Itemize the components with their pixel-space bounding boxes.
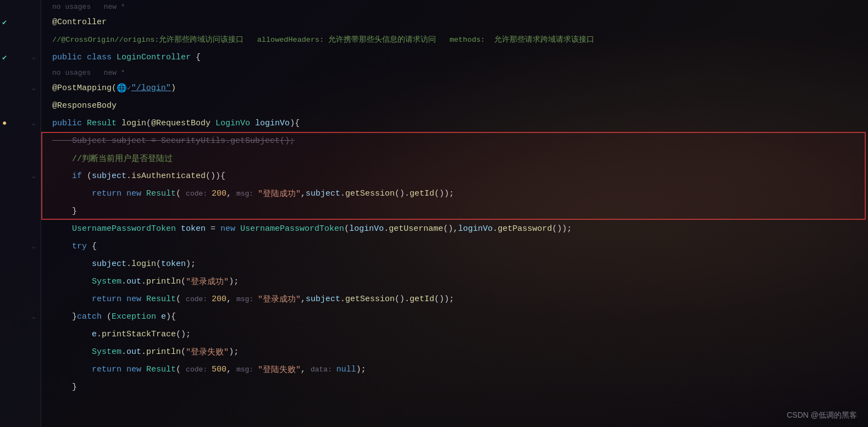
fold-icon-6[interactable]: ⌵ <box>32 85 36 92</box>
dot-14b: . <box>493 224 497 234</box>
globe-icon: 🌐 <box>117 83 127 93</box>
paren-22: ( <box>176 365 186 374</box>
gutter-row-20 <box>0 325 41 343</box>
comment-crossorigin: //@CrossOrigin//origins:允许那些跨域访问该接口 allo… <box>52 35 594 45</box>
dot-18: . <box>340 295 345 304</box>
code-line-9: Subject subject = SecurityUtils.getSubje… <box>41 132 868 149</box>
brace-try: { <box>92 242 97 251</box>
close-21: ); <box>229 347 239 357</box>
code-line-4: public class LoginController { <box>41 48 868 66</box>
fold-icon-4[interactable]: ⌵ <box>32 54 36 61</box>
fold-icon-11[interactable]: ⌵ <box>32 173 36 180</box>
kw-new-18: new <box>126 295 146 304</box>
code-line-meta-5: no usages new * <box>41 66 868 79</box>
dot-20: . <box>97 330 102 339</box>
comma-18b: , <box>301 295 306 304</box>
dot-14a: . <box>384 224 389 234</box>
paren-21: ( <box>181 347 186 357</box>
code-line-13: } <box>41 202 868 220</box>
type-result-12: Result <box>146 189 176 198</box>
comma-18a: , <box>226 295 236 304</box>
kw-public-4: public <box>52 53 87 62</box>
out-17: out <box>126 277 141 286</box>
comma-22a: , <box>226 365 236 374</box>
str-loginok-18: "登录成功" <box>258 294 301 304</box>
code-line-3: //@CrossOrigin//origins:允许那些跨域访问该接口 allo… <box>41 31 868 48</box>
system-21: System <box>52 347 121 357</box>
paren-12: ( <box>176 189 186 198</box>
gutter-row-12 <box>0 185 41 202</box>
method-login: login <box>121 119 146 128</box>
check-icon-2: ✔ <box>2 18 7 27</box>
annotation-postmapping: @PostMapping( <box>52 84 117 93</box>
hint-code-18: code: <box>186 295 212 303</box>
subject-isauthenticated: subject <box>92 171 126 181</box>
gutter-row-23 <box>0 378 41 396</box>
comma-12a: , <box>226 189 236 198</box>
code-line-17: System . out . println ( "登录成功" ); <box>41 273 868 290</box>
val-200-18: 200 <box>212 295 226 304</box>
dot-17b: . <box>141 277 146 286</box>
kw-return-12: return <box>52 189 126 198</box>
code-line-12: return new Result ( code: 200 , msg: "登陆… <box>41 185 868 202</box>
brace-close-13: } <box>52 207 77 216</box>
token-16: token <box>161 259 186 269</box>
highlighted-block-wrapper: Subject subject = SecurityUtils.getSubje… <box>41 132 868 220</box>
str-login-ok-17: "登录成功" <box>186 276 229 287</box>
hint-msg-12: msg: <box>236 190 258 198</box>
call-paren-11: ()){ <box>206 171 225 181</box>
brace-open-4: { <box>196 53 201 62</box>
println-17: println <box>146 277 181 286</box>
dot-21a: . <box>121 347 126 357</box>
subject-ref-12: subject <box>306 189 340 198</box>
catch-close: ){ <box>166 312 176 321</box>
paren-14: ( <box>344 224 349 234</box>
code-line-7: @ResponseBody <box>41 97 868 114</box>
getsession-18: getSession <box>345 295 395 304</box>
ann-requestbody: @RequestBody <box>151 119 215 128</box>
gutter-row-18 <box>0 290 41 308</box>
call-close-16: ); <box>186 259 196 269</box>
line-gutter: ✔ ✔ ⌵ ⌵ ● ⌵ ⌵ ⌵ <box>0 0 41 427</box>
method-login-16: login <box>131 259 156 269</box>
out-21: out <box>126 347 141 357</box>
code-line-10: //判断当前用户是否登陆过 <box>41 149 868 167</box>
hint-data-22: data: <box>311 365 336 374</box>
code-line-22: return new Result ( code: 500 , msg: "登陆… <box>41 361 868 378</box>
loginvo-14b: loginVo <box>458 224 493 234</box>
fold-icon-15[interactable]: ⌵ <box>32 243 36 250</box>
println-21: println <box>146 347 181 357</box>
gutter-row-14 <box>0 220 41 237</box>
kw-new-12: new <box>126 189 146 198</box>
val-500-22: 500 <box>212 365 226 374</box>
subject-16: subject <box>52 259 126 269</box>
comment-judge: //判断当前用户是否登陆过 <box>52 153 173 164</box>
check-mark: ✓ <box>127 84 131 92</box>
kw-return-22: return <box>52 365 126 374</box>
watermark: CSDN @低调的黑客 <box>787 411 857 420</box>
dot-21b: . <box>141 347 146 357</box>
kw-public-8: public <box>52 119 87 128</box>
code-line-18: return new Result ( code: 200 , msg: "登录… <box>41 290 868 308</box>
method-isauthenticated: isAuthenticated <box>131 171 206 181</box>
kw-class: class <box>87 53 117 62</box>
dot-11: . <box>126 171 131 181</box>
code-line-21: System . out . println ( "登录失败" ); <box>41 343 868 361</box>
fold-icon-8[interactable]: ⌵ <box>32 120 36 127</box>
str-login-success: "登陆成功" <box>258 188 301 199</box>
brace-catch: } <box>52 312 77 321</box>
annotation-responsebody: @ResponseBody <box>52 101 117 110</box>
code-line-8: public Result login ( @RequestBody Login… <box>41 114 868 132</box>
paren-17: ( <box>181 277 186 286</box>
call-12b: ()); <box>434 189 454 198</box>
gutter-row-17 <box>0 273 41 290</box>
code-line-11: if ( subject . isAuthenticated ()){ <box>41 167 868 185</box>
gutter-row-15: ⌵ <box>0 237 41 255</box>
var-token: token <box>181 224 206 234</box>
kw-return-18: return <box>52 295 126 304</box>
fold-icon-19[interactable]: ⌵ <box>32 313 36 320</box>
gutter-row-5 <box>0 66 41 79</box>
comma-12b: , <box>301 189 306 198</box>
yellow-dot-icon-8: ● <box>2 119 7 127</box>
if-paren: ( <box>87 171 92 181</box>
